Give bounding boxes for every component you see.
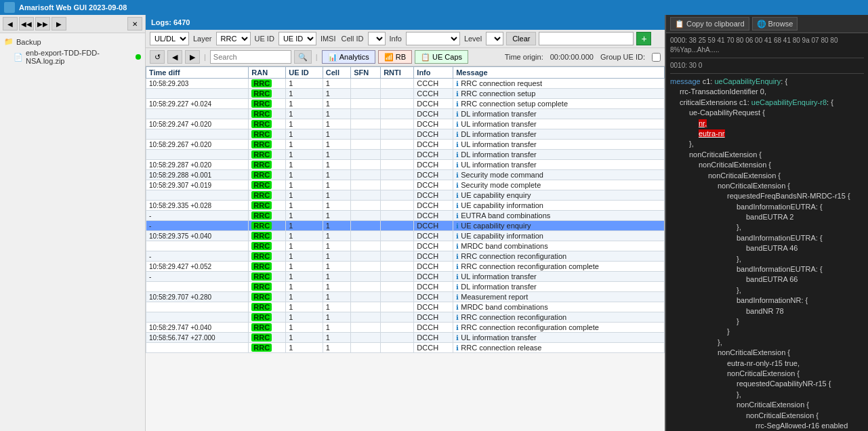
table-row[interactable]: 10:58:29.307 +0.019RRC11DCCHℹ Security m… [146,180,665,190]
sidebar-nav-btn-4[interactable]: ▶ [51,17,66,30]
rb-button[interactable]: 📶 RB [378,50,412,64]
next-btn[interactable]: ▶ [185,50,200,64]
table-row[interactable]: 10:58:56.747 +27.000RRC11DCCHℹ UL inform… [146,333,665,343]
cell-cell: 1 [323,201,350,211]
table-row[interactable]: RRC11DCCHℹ DL information transfer [146,109,665,119]
table-row[interactable]: -RRC11DCCHℹ RRC connection reconfigurati… [146,251,665,262]
search-icon-btn[interactable]: 🔍 [294,50,312,64]
cell-message: ℹ RRC connection reconfiguration complet… [453,323,665,333]
table-row[interactable]: -RRC11DCCHℹ UE capability enquiry [146,221,665,231]
log-table-container: Time diff RAN UE ID Cell SFN RNTI Info M… [146,66,665,431]
code-line: requestedCapabilityNR-r15 { [670,379,864,389]
group-ue-id-checkbox[interactable] [652,53,661,62]
cell-ran: RRC [249,109,286,119]
table-row[interactable]: 10:58:29.267 +0.020RRC11DCCHℹ UL informa… [146,140,665,150]
table-row[interactable]: -RRC11DCCHℹ EUTRA band combinations [146,211,665,221]
log-title: Logs: 6470 [151,18,190,26]
col-cell[interactable]: Cell [323,67,350,79]
table-row[interactable]: RRC11CCCHℹ RRC connection setup [146,89,665,99]
table-row[interactable]: 10:58:29.427 +0.052RRC11DCCHℹ RRC connec… [146,262,665,272]
analytics-button[interactable]: 📊 Analytics [322,50,375,64]
search-input[interactable] [210,50,291,64]
cell-ue-id: 1 [286,109,323,119]
cell-info: DCCH [414,180,453,190]
cell-rnti [381,180,414,190]
col-ue-id[interactable]: UE ID [286,67,323,79]
ueid-select[interactable]: UE ID [278,32,316,45]
cell-message: ℹ DL information transfer [453,150,665,160]
info-select[interactable] [406,32,460,45]
cell-cell: 1 [323,119,350,129]
cell-time-diff: 10:58:29.375 +0.040 [146,231,249,241]
analytics-label: Analytics [339,53,369,61]
cell-info: DCCH [414,262,453,272]
sidebar-nav-btn-3[interactable]: ▶▶ [35,17,50,30]
table-row[interactable]: 10:58:29.203RRC11CCCHℹ RRC connection re… [146,79,665,89]
col-ran[interactable]: RAN [249,67,286,79]
browse-button[interactable]: 🌐 Browse [752,17,798,30]
cell-rnti [381,272,414,282]
table-row[interactable]: RRC11DCCHℹ MRDC band combinations [146,302,665,312]
cell-time-diff [146,109,249,119]
table-row[interactable]: RRC11DCCHℹ DL information transfer [146,129,665,140]
layer-label: Layer [193,35,212,43]
table-row[interactable]: 10:58:29.287 +0.020RRC11DCCHℹ UL informa… [146,160,665,170]
cell-rnti [381,241,414,251]
cellid-select[interactable] [368,32,386,45]
prev-btn[interactable]: ◀ [167,50,182,64]
cell-rnti [381,323,414,333]
cell-rnti [381,140,414,150]
table-row[interactable]: RRC11DCCHℹ DL information transfer [146,282,665,292]
sidebar-nav-btn-2[interactable]: ◀◀ [19,17,34,30]
table-row[interactable]: 10:58:29.747 +0.040RRC11DCCHℹ RRC connec… [146,323,665,333]
log-table: Time diff RAN UE ID Cell SFN RNTI Info M… [146,66,665,353]
sidebar-nav-btn-1[interactable]: ◀ [3,17,18,30]
level-select[interactable] [486,32,503,45]
col-info[interactable]: Info [414,67,453,79]
cell-ran: RRC [249,180,286,190]
copy-label: Copy to clipboard [686,20,745,28]
sidebar-item-file[interactable]: 📄 enb-export-TDD-FDD-NSA.log.zip [3,47,142,66]
table-row[interactable]: RRC11DCCHℹ DL information transfer [146,150,665,160]
filter-input[interactable] [539,32,634,45]
table-row[interactable]: RRC11DCCHℹ RRC connection reconfiguratio… [146,312,665,323]
code-line: bandInformationEUTRA: { [670,202,864,212]
cell-sfn [351,89,381,99]
sidebar-close-btn[interactable]: ✕ [127,17,142,30]
filter-select[interactable]: UL/DL UL DL [150,32,189,45]
cell-ran: RRC [249,241,286,251]
table-row[interactable]: RRC11DCCHℹ RRC connection release [146,343,665,353]
col-rnti[interactable]: RNTI [381,67,414,79]
ue-caps-button[interactable]: 📋 UE Caps [415,50,468,64]
cell-ran: RRC [249,160,286,170]
col-sfn[interactable]: SFN [351,67,381,79]
col-time-diff[interactable]: Time diff [146,67,249,79]
cell-time-diff: 10:58:29.747 +0.040 [146,323,249,333]
cell-info: DCCH [414,231,453,241]
layer-select[interactable]: RRC MAC NAS [216,32,251,45]
cell-cell: 1 [323,323,350,333]
table-row[interactable]: 10:58:29.707 +0.280RRC11DCCHℹ Measuremen… [146,292,665,302]
cell-message: ℹ DL information transfer [453,282,665,292]
cell-cell: 1 [323,129,350,140]
table-row[interactable]: RRC11DCCHℹ UE capability enquiry [146,190,665,201]
col-message[interactable]: Message [453,67,665,79]
cell-time-diff [146,241,249,251]
code-line: bandEUTRA 46 [670,243,864,253]
cell-message: ℹ RRC connection setup [453,89,665,99]
table-row[interactable]: 10:58:29.247 +0.020RRC11DCCHℹ UL informa… [146,119,665,129]
table-row[interactable]: -RRC11DCCHℹ UL information transfer [146,272,665,282]
code-line: nonCriticalExtension { [670,411,864,421]
copy-clipboard-button[interactable]: 📋 Copy to clipboard [670,17,749,30]
table-row[interactable]: 10:58:29.335 +0.028RRC11DCCHℹ UE capabil… [146,201,665,211]
table-row[interactable]: 10:58:29.375 +0.040RRC11DCCHℹ UE capabil… [146,231,665,241]
table-row[interactable]: 10:58:29.227 +0.024RRC11DCCHℹ RRC connec… [146,99,665,109]
clear-button[interactable]: Clear [506,32,536,45]
table-row[interactable]: RRC11DCCHℹ MRDC band combinations [146,241,665,251]
add-filter-button[interactable]: + [636,32,651,45]
sidebar-item-backup[interactable]: 📁 Backup [3,36,142,47]
table-row[interactable]: 10:58:29.288 +0.001RRC11DCCHℹ Security m… [146,170,665,180]
file-status-dot [136,54,141,60]
refresh-btn[interactable]: ↺ [150,50,165,64]
cell-rnti [381,170,414,180]
